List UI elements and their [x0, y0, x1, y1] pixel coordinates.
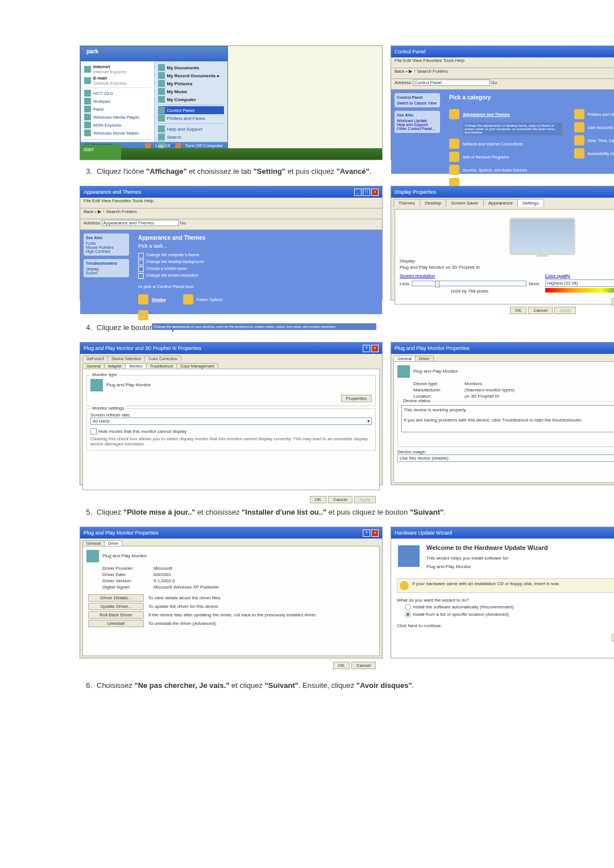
- menu-bar[interactable]: File Edit View Favorites Tools Help: [391, 57, 614, 68]
- tab-general[interactable]: General: [393, 356, 416, 361]
- screenshot-appearance-themes: Appearance and Themes_▢× File Edit View …: [80, 186, 383, 301]
- chevron-down-icon: ▾: [367, 419, 370, 424]
- wmp-icon: [84, 114, 91, 120]
- apply-button[interactable]: Apply: [554, 307, 576, 314]
- sound-icon: [449, 165, 459, 175]
- window-title: Plug and Play Monitor and 3D Prophet III…: [84, 345, 201, 351]
- device-usage-select[interactable]: Use this device (enable)▾: [397, 454, 614, 462]
- gear-icon: [158, 107, 165, 114]
- minimize-icon[interactable]: _: [354, 189, 362, 196]
- rollback-driver-button[interactable]: Roll Back Driver: [88, 611, 144, 619]
- network-icon: [449, 139, 459, 149]
- uninstall-button[interactable]: Uninstall: [88, 620, 144, 627]
- folder-icon: [183, 294, 193, 304]
- hide-modes-checkbox[interactable]: [90, 428, 97, 435]
- cancel-button[interactable]: Cancel: [528, 307, 553, 314]
- driver-details-button[interactable]: Driver Details...: [88, 594, 144, 602]
- monitor-icon: [90, 379, 103, 391]
- instruction-step-5: 5.Cliquez "Pilote mise à jour.." et choi…: [80, 508, 614, 516]
- color-bar: [545, 288, 615, 293]
- monitor-preview: [509, 218, 575, 255]
- accessibility-icon: [574, 148, 584, 158]
- back-button[interactable]: < Back: [612, 634, 614, 641]
- display-icon: [449, 109, 459, 119]
- users-icon: [574, 122, 584, 132]
- tab-settings[interactable]: Settings: [517, 199, 544, 207]
- color-quality-select[interactable]: Highest (32 bit)▾: [545, 279, 615, 287]
- addremove-icon: [449, 152, 459, 162]
- tab-desktop[interactable]: Desktop: [420, 199, 446, 207]
- icon-display[interactable]: Display: [138, 294, 166, 304]
- msn-icon: [84, 122, 91, 128]
- ok-button[interactable]: OK: [510, 307, 527, 314]
- search-icon: [158, 133, 165, 140]
- checkbox-icon: [138, 273, 144, 279]
- screenshot-start-menu: park InternetInternet Explorer E-mailOut…: [80, 45, 383, 160]
- folder-icon: [158, 80, 165, 87]
- pick-category: Pick a category: [449, 94, 614, 101]
- resolution-slider[interactable]: [412, 281, 526, 286]
- window-title: Display Properties: [395, 189, 436, 195]
- window-title: Hardware Update Wizard: [395, 530, 452, 536]
- monitor-icon: [397, 365, 410, 378]
- close-icon[interactable]: ×: [371, 529, 379, 537]
- computer-icon: [158, 96, 165, 103]
- help-icon[interactable]: ?: [363, 529, 370, 537]
- category-appearance[interactable]: Appearance and Themes: [449, 109, 563, 119]
- troubleshoot-button[interactable]: Troubleshoot...: [612, 298, 614, 306]
- close-icon[interactable]: ×: [371, 189, 379, 196]
- ok-button[interactable]: OK: [333, 662, 350, 669]
- wizard-heading: Welcome to the Hardware Update Wizard: [397, 544, 614, 551]
- window-title: Appearance and Themes: [84, 189, 141, 195]
- screenshot-monitor-properties: Plug and Play Monitor Properties?× Gener…: [391, 342, 614, 485]
- screenshot-driver-tab: Plug and Play Monitor Properties?× Gener…: [80, 527, 383, 658]
- printer-icon: [158, 115, 165, 122]
- printer-icon: [574, 109, 584, 119]
- screenshot-display-properties: Display Properties?× ThemesDesktopScreen…: [391, 186, 614, 301]
- tab-screensaver[interactable]: Screen Saver: [446, 199, 483, 207]
- start-button[interactable]: start: [80, 145, 121, 160]
- screenshot-control-panel: Control Panel_▢× File Edit View Favorite…: [391, 45, 614, 160]
- address-field[interactable]: Control Panel: [413, 80, 490, 86]
- ie-icon: [84, 66, 91, 73]
- folder-icon: [158, 72, 165, 79]
- monitor-icon: [86, 550, 99, 562]
- tab-driver[interactable]: Driver: [104, 540, 123, 546]
- info-icon: [400, 581, 409, 590]
- folder-icon: [158, 88, 165, 95]
- paint-icon: [84, 106, 91, 112]
- go-button[interactable]: Go: [491, 80, 497, 85]
- taskbar-icon: [138, 310, 148, 320]
- properties-button[interactable]: Properties: [341, 395, 372, 402]
- radio-auto[interactable]: [405, 604, 411, 610]
- tab-themes[interactable]: Themes: [393, 199, 420, 207]
- tab-appearance[interactable]: Appearance: [483, 199, 518, 207]
- notepad-icon: [84, 98, 91, 105]
- ok-button[interactable]: OK: [310, 496, 327, 503]
- folder-icon: [158, 64, 165, 71]
- tab-general[interactable]: General: [82, 540, 105, 546]
- help-icon: [158, 126, 165, 132]
- app-icon: [84, 90, 91, 97]
- apply-button[interactable]: Apply: [354, 496, 376, 503]
- moviemaker-icon: [84, 130, 91, 136]
- radio-list[interactable]: [405, 611, 411, 617]
- refresh-rate-select[interactable]: 60 Hertz▾: [90, 418, 372, 425]
- pick-task: Pick a task...: [138, 243, 376, 249]
- window-title: Control Panel: [395, 49, 426, 55]
- close-icon[interactable]: ×: [371, 345, 379, 352]
- nav-toolbar[interactable]: Back • ▶ ↑ Search Folders: [391, 68, 614, 79]
- checkbox-icon: [138, 266, 144, 272]
- cancel-button[interactable]: Cancel: [328, 496, 352, 503]
- cancel-button[interactable]: Cancel: [351, 662, 376, 669]
- maximize-icon[interactable]: ▢: [363, 189, 370, 196]
- help-icon[interactable]: ?: [363, 345, 370, 352]
- instruction-step-6: 6.Choisissez "Ne pas chercher, Je vais."…: [80, 681, 614, 690]
- mail-icon: [84, 77, 91, 84]
- tab-monitor[interactable]: Monitor: [125, 363, 146, 369]
- tab-driver[interactable]: Driver: [415, 356, 434, 361]
- checkbox-icon: [138, 253, 144, 258]
- window-title: Plug and Play Monitor Properties: [395, 345, 470, 351]
- checkbox-icon: [138, 260, 144, 265]
- update-driver-button[interactable]: Update Driver...: [88, 603, 144, 610]
